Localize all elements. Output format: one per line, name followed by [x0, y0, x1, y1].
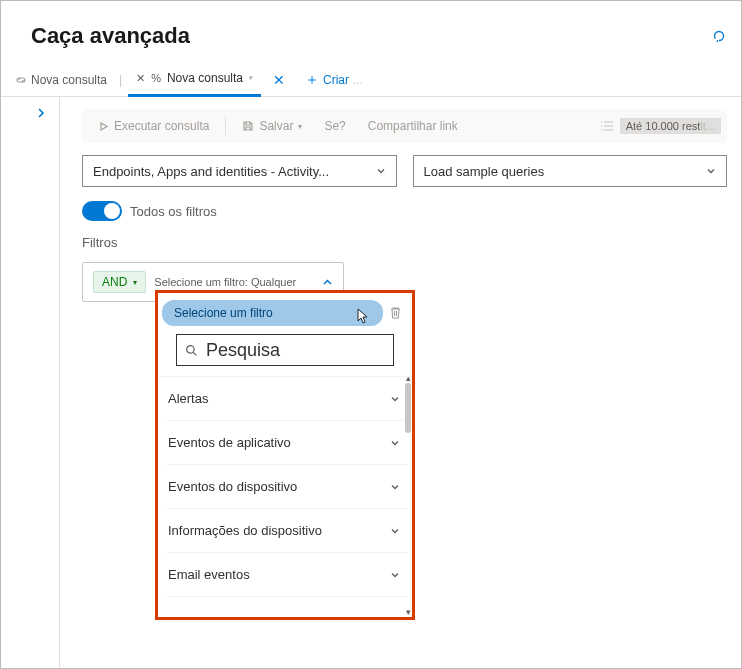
- tab-static-label: Nova consulta: [31, 73, 107, 87]
- filter-options-list: ▴ Alertas Eventos de aplicativo Eventos …: [158, 376, 412, 617]
- run-query-button[interactable]: Executar consulta: [90, 115, 217, 137]
- tab-close-button[interactable]: ✕: [265, 72, 293, 88]
- toggle-knob: [104, 203, 120, 219]
- share-label: Compartilhar link: [368, 119, 458, 133]
- toolbar-sep: [225, 117, 226, 135]
- filter-option-label: Email eventos: [168, 567, 250, 582]
- toggle-label: Todos os filtros: [130, 204, 217, 219]
- play-icon: [98, 121, 109, 132]
- scroll-up-icon[interactable]: ▴: [406, 376, 411, 383]
- chevron-down-icon: [390, 438, 400, 448]
- run-label: Executar consulta: [114, 119, 209, 133]
- tab-new-suffix: ...: [353, 73, 363, 87]
- filter-option-label: Informações do dispositivo: [168, 523, 322, 538]
- and-operator-pill[interactable]: AND ▾: [93, 271, 146, 293]
- content-panel: Executar consulta Salvar ▾ Se? Compartil…: [59, 97, 741, 669]
- save-label: Salvar: [259, 119, 293, 133]
- tab-active-label: Nova consulta: [167, 71, 243, 85]
- filter-option[interactable]: Email eventos: [166, 553, 408, 597]
- filter-option[interactable]: Eventos do dispositivo: [166, 465, 408, 509]
- selects-row: Endpoints, Apps and identities - Activit…: [82, 155, 727, 187]
- tab-active-query[interactable]: ✕ % Nova consulta ▾: [128, 63, 261, 97]
- filter-dropdown-callout: Selecione um filtro Pesquisa: [155, 290, 415, 620]
- share-link-button[interactable]: Compartilhar link: [360, 115, 466, 137]
- then-label: Se?: [324, 119, 345, 133]
- delete-icon[interactable]: [389, 306, 402, 320]
- tab-static-query[interactable]: Nova consulta: [9, 73, 113, 87]
- selected-filter-pill-row: Selecione um filtro: [158, 293, 412, 330]
- filter-option[interactable]: Alertas: [166, 377, 408, 421]
- filter-option[interactable]: Informações do dispositivo: [166, 509, 408, 553]
- list-icon: [600, 120, 614, 132]
- sample-queries-select[interactable]: Load sample queries: [413, 155, 728, 187]
- scrollbar-thumb[interactable]: [405, 383, 411, 433]
- tab-new-button[interactable]: ＋ Criar ...: [297, 71, 371, 89]
- search-icon: [185, 344, 198, 357]
- result-limit-badge[interactable]: Até 10.000 restlt...: [620, 118, 721, 134]
- chevron-down-icon: [390, 394, 400, 404]
- scroll-down-icon[interactable]: ▾: [406, 607, 411, 617]
- help-icon[interactable]: [711, 28, 727, 44]
- chevron-down-icon: [390, 526, 400, 536]
- chevron-down-icon: [706, 166, 716, 176]
- chevron-down-icon: ▾: [133, 278, 137, 287]
- toolbar: Executar consulta Salvar ▾ Se? Compartil…: [82, 109, 727, 143]
- save-button[interactable]: Salvar ▾: [234, 115, 310, 137]
- link-icon: [15, 74, 27, 86]
- filters-section-label: Filtros: [82, 235, 727, 250]
- filter-option[interactable]: Eventos de aplicativo: [166, 421, 408, 465]
- side-collapse: [1, 97, 59, 669]
- all-filters-toggle[interactable]: [82, 201, 122, 221]
- save-icon: [242, 120, 254, 132]
- expand-panel-icon[interactable]: [35, 107, 47, 119]
- cursor-icon: [353, 308, 369, 326]
- sample-select-label: Load sample queries: [424, 164, 545, 179]
- select-filter-pill[interactable]: Selecione um filtro: [162, 300, 383, 326]
- tab-separator: |: [117, 73, 124, 87]
- filter-option-label: Eventos do dispositivo: [168, 479, 297, 494]
- tab-bar: Nova consulta | ✕ % Nova consulta ▾ ✕ ＋ …: [1, 63, 741, 97]
- search-placeholder: Pesquisa: [206, 340, 280, 361]
- percent-icon: %: [151, 72, 161, 84]
- chevron-down-icon: [390, 570, 400, 580]
- chevron-down-icon: [376, 166, 386, 176]
- main-area: Executar consulta Salvar ▾ Se? Compartil…: [1, 97, 741, 669]
- page-header: Caça avançada: [1, 1, 741, 63]
- tab-new-label: Criar: [323, 73, 349, 87]
- scope-select[interactable]: Endpoints, Apps and identities - Activit…: [82, 155, 397, 187]
- page-title: Caça avançada: [31, 23, 190, 49]
- toolbar-right: Até 10.000 restlt...: [600, 118, 721, 134]
- and-label: AND: [102, 275, 127, 289]
- filter-search-input[interactable]: Pesquisa: [176, 334, 394, 366]
- toggle-row: Todos os filtros: [82, 201, 727, 221]
- chevron-down-icon: [390, 482, 400, 492]
- filter-option-label: Eventos de aplicativo: [168, 435, 291, 450]
- collapse-icon[interactable]: [322, 277, 333, 288]
- scope-select-label: Endpoints, Apps and identities - Activit…: [93, 164, 329, 179]
- svg-point-0: [187, 345, 194, 352]
- close-x-icon: ✕: [136, 72, 145, 85]
- select-filter-pill-label: Selecione um filtro: [174, 306, 273, 320]
- plus-icon: ＋: [305, 71, 319, 89]
- filter-search-wrap: Pesquisa: [158, 330, 412, 370]
- filter-hint: Selecione um filtro: Qualquer: [154, 276, 296, 288]
- then-button[interactable]: Se?: [316, 115, 353, 137]
- filter-option-label: Alertas: [168, 391, 208, 406]
